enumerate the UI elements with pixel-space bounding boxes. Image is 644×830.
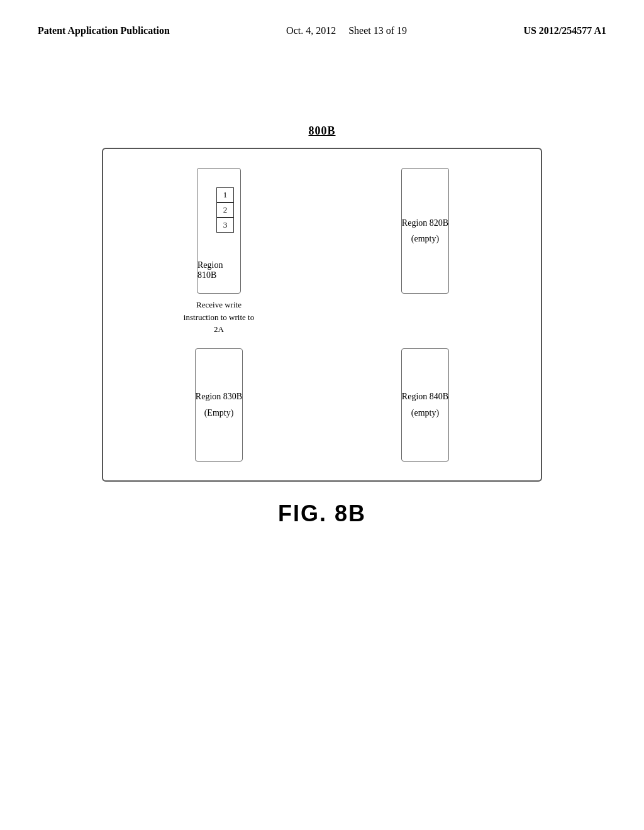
region-810b-with-caption: 1 2 3 Region 810B Receive writeinstructi…	[122, 168, 316, 336]
region-840b-wrapper: Region 840B (empty)	[328, 348, 522, 462]
header-center-info: Oct. 4, 2012 Sheet 13 of 19	[286, 25, 407, 36]
num-box-1: 1	[216, 187, 234, 202]
publication-title: Patent Application Publication	[38, 25, 170, 36]
sheet-info: Sheet 13 of 19	[348, 25, 407, 36]
region-820b-box: Region 820B (empty)	[401, 168, 449, 294]
region-810b-label: Region 810B	[197, 260, 228, 280]
figure-caption: FIG. 8B	[278, 501, 366, 527]
region-830b-box: Region 830B (Empty)	[195, 348, 243, 462]
regions-grid: 1 2 3 Region 810B Receive writeinstructi…	[122, 168, 522, 462]
region-840b-label: Region 840B (empty)	[402, 389, 448, 420]
region-810b-caption: Receive writeinstruction to write to2A	[184, 299, 254, 336]
main-content: 800B 1 2 3 Region 810B	[0, 49, 644, 527]
page-header: Patent Application Publication Oct. 4, 2…	[0, 0, 644, 49]
region-820b-label: Region 820B (empty)	[402, 215, 448, 246]
region-830b-wrapper: Region 830B (Empty)	[122, 348, 316, 462]
publication-date: Oct. 4, 2012	[286, 25, 336, 36]
region-830b-label: Region 830B (Empty)	[196, 389, 242, 420]
region-840b-box: Region 840B (empty)	[401, 348, 449, 462]
region-820b-wrapper: Region 820B (empty)	[328, 168, 522, 336]
outer-diagram-box: 1 2 3 Region 810B Receive writeinstructi…	[102, 148, 542, 482]
num-box-3: 3	[216, 218, 234, 233]
diagram-label: 800B	[308, 124, 335, 138]
region-810b-box: 1 2 3 Region 810B	[197, 168, 241, 294]
numbered-boxes: 1 2 3	[216, 187, 234, 233]
num-box-2: 2	[216, 202, 234, 218]
patent-number: US 2012/254577 A1	[523, 25, 606, 36]
